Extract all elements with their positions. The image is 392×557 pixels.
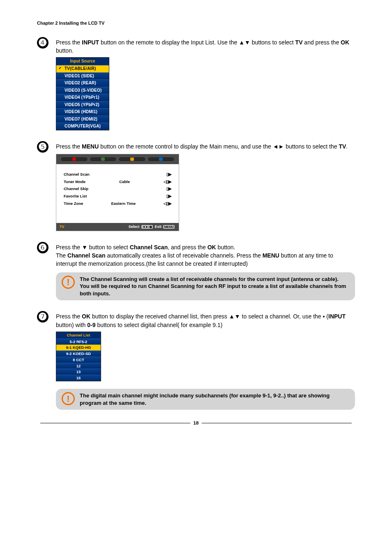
tv-menu-screen: Channel Scan▯▶ Tuner ModeCable◁▯▶ Channe… bbox=[56, 154, 179, 231]
menu-tab-tv bbox=[118, 157, 146, 162]
fkeys: ◄►/◆ bbox=[141, 225, 153, 229]
tv-bold: TV bbox=[339, 143, 346, 150]
ml-l: Favorite List bbox=[64, 193, 87, 199]
ml-m: Cable bbox=[119, 179, 130, 185]
menu-tabs bbox=[56, 154, 179, 164]
t: . bbox=[346, 143, 348, 150]
alert-icon: ! bbox=[62, 276, 75, 289]
cs-bold2: Channel Scan bbox=[67, 252, 106, 259]
step5-text: Press the MENU button on the remote cont… bbox=[56, 142, 355, 151]
menu-line: Channel Skip▯▶ bbox=[64, 186, 171, 192]
t: automatically creates a list of receivab… bbox=[106, 252, 263, 259]
menu-footer: TV Select ◄►/◆ Exit MENU bbox=[56, 223, 179, 231]
t: button. bbox=[56, 47, 74, 54]
ml-l: Time Zone bbox=[64, 201, 83, 207]
ml-r: ◁▯▶ bbox=[164, 179, 171, 185]
footer-line bbox=[202, 423, 352, 423]
channel-list-row: 13 bbox=[56, 369, 101, 375]
step-7: ❼ Press the OK button to display the rec… bbox=[37, 311, 355, 410]
ml-r: ◁▯▶ bbox=[164, 201, 171, 207]
input-source-row: VIDEO4 (YPbPr1) bbox=[56, 94, 109, 101]
step-number-7: ❼ bbox=[37, 311, 48, 323]
alert-box: ! The Channel Scanning will create a lis… bbox=[56, 272, 355, 301]
ml-l: Tuner Mode bbox=[64, 179, 85, 185]
ml-l: Channel Scan bbox=[64, 172, 90, 177]
fsel: Select bbox=[129, 225, 140, 229]
ml-r: ▯▶ bbox=[166, 193, 171, 199]
chapter-header: Chapter 2 Installing the LCD TV bbox=[37, 21, 355, 26]
t: , and press the bbox=[168, 244, 208, 251]
t: Press the bbox=[56, 39, 82, 46]
menu-bold: MENU bbox=[263, 252, 279, 259]
step7-text: Press the OK button to display the recei… bbox=[56, 312, 355, 329]
footer-tv: TV bbox=[60, 224, 65, 230]
tvtab-icon bbox=[130, 158, 134, 161]
step-4: ❹ Press the INPUT button on the remote t… bbox=[37, 37, 355, 130]
channel-list-row: 8 CCT bbox=[56, 357, 101, 363]
input-source-row: VIDEO3 (S-VIDEO) bbox=[56, 87, 109, 94]
channel-list-row: 15 bbox=[56, 375, 101, 381]
num-bold: 0-9 bbox=[87, 322, 95, 328]
step-number-6: ❻ bbox=[37, 242, 48, 253]
alert-text: The Channel Scanning will create a list … bbox=[80, 276, 349, 297]
menu-tab-video bbox=[60, 157, 88, 162]
t: and press the bbox=[302, 39, 341, 46]
videotab-icon bbox=[72, 158, 76, 161]
input-source-row: VIDEO1 (SIDE) bbox=[56, 72, 109, 80]
audiotab-icon bbox=[101, 158, 105, 161]
fmenu: MENU bbox=[163, 225, 175, 229]
input-bold: INPUT bbox=[82, 39, 99, 46]
ok-bold: OK bbox=[82, 313, 90, 320]
menu-bold: MENU bbox=[82, 143, 99, 150]
input-source-row: VIDEO6 (HDMI1) bbox=[56, 108, 109, 116]
step-6: ❻ Press the ▼ button to select Channel S… bbox=[37, 242, 355, 301]
step-5: ❺ Press the MENU button on the remote co… bbox=[37, 141, 355, 231]
t: button. bbox=[216, 244, 235, 251]
input-source-row: TV(CABLE/AIR) bbox=[56, 65, 109, 72]
menu-line: Time ZoneEastern Time◁▯▶ bbox=[64, 201, 171, 207]
channel-list-title: Channel List bbox=[56, 332, 101, 339]
t: Press the ▼ button to select bbox=[56, 244, 130, 251]
alert-box: ! The digital main channel might include… bbox=[56, 389, 355, 410]
channel-list-row: 12 bbox=[56, 363, 101, 369]
ok-bold: OK bbox=[208, 244, 216, 251]
fexit: Exit bbox=[154, 225, 161, 229]
menu-content: Channel Scan▯▶ Tuner ModeCable◁▯▶ Channe… bbox=[56, 164, 179, 223]
t: Press the bbox=[56, 313, 82, 320]
footer-line bbox=[40, 423, 190, 423]
step6-text: Press the ▼ button to select Channel Sca… bbox=[56, 243, 355, 268]
ok-bold: OK bbox=[341, 39, 349, 46]
step-number-4: ❹ bbox=[37, 37, 48, 49]
menu-tab-setup bbox=[148, 157, 175, 162]
menu-line: Tuner ModeCable◁▯▶ bbox=[64, 179, 171, 185]
ml-r: ▯▶ bbox=[166, 172, 171, 177]
ml-r: ▯▶ bbox=[166, 186, 171, 192]
channel-list-row: 5-2 RF5-2 bbox=[56, 339, 101, 345]
tv-bold: TV bbox=[295, 39, 303, 46]
input-source-row: COMPUTER(VGA) bbox=[56, 123, 109, 130]
input-source-row: VIDEO7 (HDMI2) bbox=[56, 116, 109, 123]
t: button on the remote to display the Inpu… bbox=[99, 39, 295, 46]
input-source-row: VIDEO2 (REAR) bbox=[56, 79, 109, 87]
menu-line: Favorite List▯▶ bbox=[64, 193, 171, 199]
t: The bbox=[56, 252, 67, 259]
input-source-menu: Input Source TV(CABLE/AIR) VIDEO1 (SIDE)… bbox=[56, 57, 109, 130]
input-source-row: VIDEO5 (YPbPr2) bbox=[56, 101, 109, 109]
t: button to display the received channel l… bbox=[90, 313, 328, 320]
step-number-5: ❺ bbox=[37, 141, 48, 153]
menu-line: Channel Scan▯▶ bbox=[64, 172, 171, 177]
page-footer: 18 bbox=[37, 420, 355, 425]
t: button on the remote control to display … bbox=[99, 143, 339, 150]
setuptab-icon bbox=[159, 158, 163, 161]
step4-text: Press the INPUT button on the remote to … bbox=[56, 38, 355, 55]
cs-bold: Channel Scan bbox=[130, 244, 168, 251]
footer-right: Select ◄►/◆ Exit MENU bbox=[129, 224, 175, 230]
input-source-title: Input Source bbox=[56, 58, 109, 65]
channel-list-menu: Channel List 5-2 RF5-2 9-1 KQED-HD 9-2 K… bbox=[56, 332, 101, 381]
t: button) with bbox=[56, 322, 87, 328]
menu-tab-audio bbox=[90, 157, 117, 162]
t: Press the bbox=[56, 143, 82, 150]
t: buttons to select digital channel( for e… bbox=[96, 322, 223, 328]
alert-icon: ! bbox=[62, 392, 75, 405]
input-bold: INPUT bbox=[328, 313, 346, 320]
